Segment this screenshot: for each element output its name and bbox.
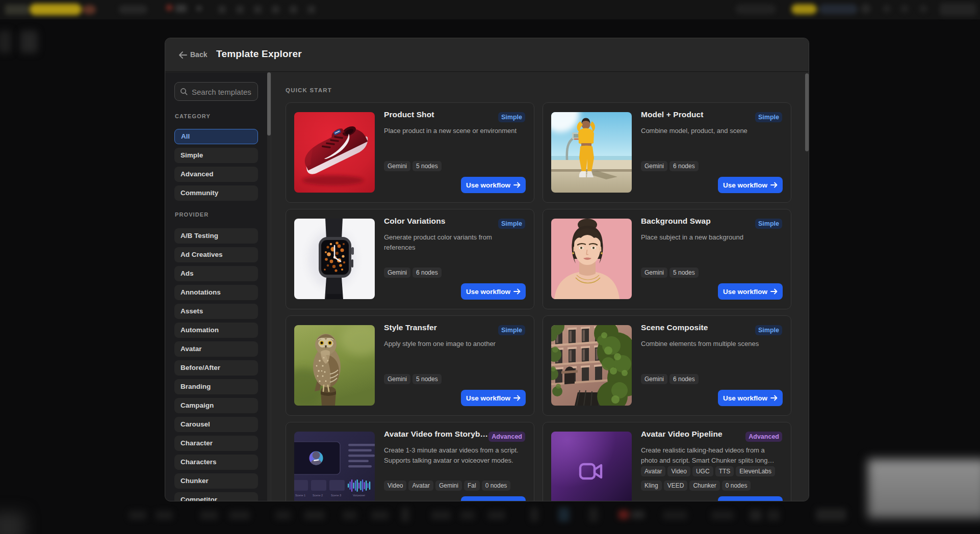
svg-text:Scene 3: Scene 3 <box>331 494 341 497</box>
svg-text:Scene 2: Scene 2 <box>313 494 323 497</box>
svg-text:Scene 1: Scene 1 <box>295 494 305 497</box>
svg-text:Voiceover: Voiceover <box>353 494 365 497</box>
